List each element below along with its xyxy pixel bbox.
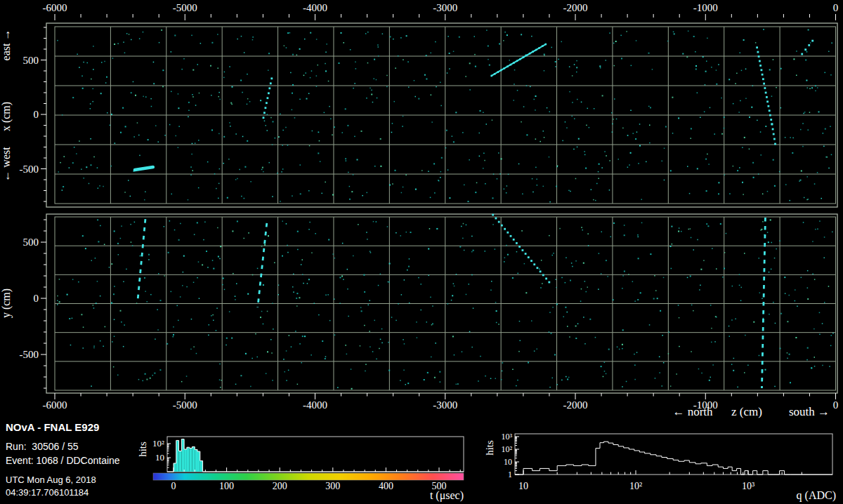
svg-text:10²: 10² bbox=[152, 438, 164, 449]
svg-text:300: 300 bbox=[325, 481, 340, 491]
view-x-vs-z-view: -6000-5000-4000-3000-2000-100005000-500 bbox=[20, 2, 839, 207]
z-axis-title: z (cm) bbox=[731, 405, 762, 418]
svg-text:-6000: -6000 bbox=[43, 2, 67, 13]
svg-text:400: 400 bbox=[379, 481, 393, 491]
svg-text:-500: -500 bbox=[20, 349, 39, 360]
charge-histogram: 1010²10³11010²10³ bbox=[501, 432, 832, 491]
svg-text:-4000: -4000 bbox=[303, 2, 327, 13]
run-number: Run: 30506 / 55 bbox=[6, 441, 79, 452]
svg-text:10³: 10³ bbox=[501, 432, 512, 442]
event-display-canvas: -6000-5000-4000-3000-2000-100005000-500-… bbox=[0, 0, 843, 504]
svg-text:-6000: -6000 bbox=[43, 399, 67, 411]
time-hist-ylabel: hits bbox=[137, 442, 148, 457]
svg-text:10: 10 bbox=[155, 452, 164, 463]
svg-text:500: 500 bbox=[23, 55, 39, 66]
z-axis-label-north: ← north bbox=[672, 405, 713, 418]
view-y-vs-z-view: -6000-5000-4000-3000-2000-100005000-500 bbox=[20, 214, 839, 411]
time-colorbar bbox=[153, 473, 464, 480]
svg-text:-5000: -5000 bbox=[173, 2, 197, 13]
utc-date: UTC Mon Aug 6, 2018 bbox=[6, 475, 96, 485]
svg-text:500: 500 bbox=[23, 237, 39, 248]
svg-text:0: 0 bbox=[34, 109, 39, 120]
experiment-title: NOvA - FNAL E929 bbox=[6, 421, 99, 433]
svg-text:10²: 10² bbox=[629, 481, 642, 491]
utc-time: 04:39:17.706101184 bbox=[6, 487, 89, 498]
svg-text:-2000: -2000 bbox=[563, 2, 588, 13]
svg-text:-1000: -1000 bbox=[693, 2, 718, 13]
time-histogram: 01002003004005001010² bbox=[152, 437, 464, 491]
svg-text:10: 10 bbox=[504, 457, 512, 467]
svg-text:-500: -500 bbox=[20, 164, 39, 175]
svg-text:-4000: -4000 bbox=[303, 399, 327, 411]
svg-text:0: 0 bbox=[833, 399, 839, 411]
svg-text:-5000: -5000 bbox=[173, 399, 197, 411]
event-number: Event: 1068 / DDContaine bbox=[6, 455, 120, 466]
top-view-label-east: east → bbox=[0, 29, 12, 61]
top-view-axis-title-x: x (cm) bbox=[0, 102, 13, 131]
charge-hist-xlabel: q (ADC) bbox=[797, 489, 836, 502]
svg-text:10³: 10³ bbox=[742, 481, 754, 491]
svg-text:-3000: -3000 bbox=[433, 2, 457, 13]
bottom-view-axis-title-y: y (cm) bbox=[0, 289, 13, 318]
svg-text:-3000: -3000 bbox=[433, 399, 457, 411]
svg-text:0: 0 bbox=[171, 481, 176, 491]
event-display-window: -6000-5000-4000-3000-2000-100005000-500-… bbox=[0, 0, 843, 504]
z-axis-label-south: south → bbox=[789, 405, 830, 418]
charge-hist-ylabel: hits bbox=[484, 440, 495, 456]
svg-text:10²: 10² bbox=[501, 444, 512, 454]
svg-text:0: 0 bbox=[833, 2, 839, 13]
time-hist-xlabel: t (μsec) bbox=[430, 489, 464, 502]
svg-text:100: 100 bbox=[219, 481, 234, 491]
svg-text:1: 1 bbox=[508, 470, 512, 479]
svg-text:0: 0 bbox=[34, 293, 39, 304]
svg-text:-2000: -2000 bbox=[563, 399, 588, 411]
svg-text:200: 200 bbox=[273, 481, 287, 491]
top-view-label-west: ← west bbox=[0, 147, 12, 182]
svg-text:10: 10 bbox=[518, 481, 528, 491]
